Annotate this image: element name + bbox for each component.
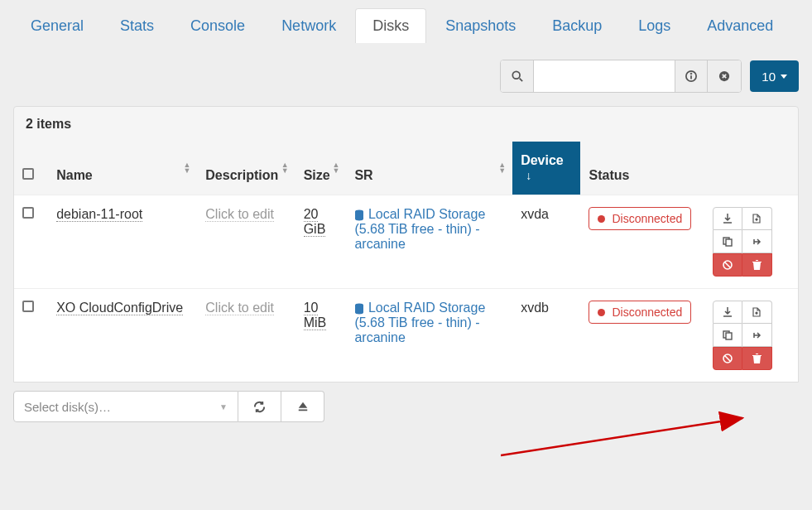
sort-icon: ▲▼	[183, 162, 190, 174]
eject-button[interactable]	[281, 391, 324, 422]
disk-name[interactable]: debian-11-root	[56, 207, 142, 222]
device-name: xvdb	[512, 289, 580, 382]
col-status: Status	[580, 142, 704, 195]
tab-snapshots[interactable]: Snapshots	[428, 8, 533, 43]
caret-down-icon: ▼	[219, 402, 228, 411]
tab-stats[interactable]: Stats	[103, 8, 171, 43]
disk-name[interactable]: XO CloudConfigDrive	[56, 301, 183, 315]
tab-advanced[interactable]: Advanced	[689, 8, 790, 43]
table-row: XO CloudConfigDrive Click to edit 10 MiB…	[14, 289, 798, 382]
col-actions	[704, 142, 798, 195]
status-badge[interactable]: Disconnected	[589, 207, 691, 230]
info-button[interactable]	[675, 60, 708, 92]
copy-button[interactable]	[713, 324, 742, 347]
device-name: xvda	[512, 195, 580, 289]
row-checkbox[interactable]	[22, 207, 34, 219]
tab-logs[interactable]: Logs	[621, 8, 688, 43]
sort-icon: ▲▼	[333, 162, 340, 174]
disk-select-dropdown[interactable]: Select disk(s)… ▼	[13, 391, 238, 422]
export-file-button[interactable]	[742, 207, 772, 230]
move-button[interactable]	[742, 230, 772, 253]
col-name[interactable]: Name ▲▼	[48, 142, 197, 195]
status-dot-icon	[598, 309, 605, 316]
tab-disks[interactable]: Disks	[355, 8, 426, 43]
search-input[interactable]	[534, 60, 675, 92]
svg-rect-15	[726, 333, 732, 339]
tab-network[interactable]: Network	[264, 8, 353, 43]
disk-description[interactable]: Click to edit	[205, 301, 274, 315]
row-checkbox[interactable]	[22, 301, 34, 312]
tab-bar: General Stats Console Network Disks Snap…	[0, 0, 812, 46]
download-button[interactable]	[713, 301, 742, 324]
col-device[interactable]: Device ↓	[512, 142, 580, 195]
disks-panel: 2 items Name ▲▼ Description ▲▼ Size ▲▼ S…	[13, 106, 799, 382]
sr-link[interactable]: Local RAID Storage (5.68 TiB free - thin…	[354, 207, 485, 251]
forget-button[interactable]	[713, 253, 742, 277]
move-button[interactable]	[742, 324, 772, 347]
col-sr[interactable]: SR ▲▼	[346, 142, 512, 195]
svg-point-4	[691, 74, 692, 75]
search-icon	[512, 70, 523, 82]
search-group	[500, 60, 742, 93]
col-size[interactable]: Size ▲▼	[295, 142, 347, 195]
info-icon	[685, 70, 697, 82]
status-text: Disconnected	[612, 306, 682, 319]
close-circle-icon	[718, 70, 730, 82]
table-row: debian-11-root Click to edit 20 GiB Loca…	[14, 195, 798, 289]
delete-button[interactable]	[742, 253, 772, 277]
refresh-button[interactable]	[238, 391, 281, 422]
forget-button[interactable]	[713, 347, 742, 370]
copy-button[interactable]	[713, 230, 742, 253]
download-button[interactable]	[713, 207, 742, 230]
tab-console[interactable]: Console	[173, 8, 262, 43]
disk-select-placeholder: Select disk(s)…	[24, 400, 111, 414]
select-all-checkbox[interactable]	[22, 168, 34, 180]
page-size-value: 10	[762, 70, 776, 84]
disks-table: Name ▲▼ Description ▲▼ Size ▲▼ SR ▲▼ Dev…	[14, 142, 798, 382]
status-text: Disconnected	[612, 212, 682, 225]
status-dot-icon	[598, 215, 605, 223]
col-description[interactable]: Description ▲▼	[197, 142, 295, 195]
footer: Select disk(s)… ▼	[0, 382, 812, 431]
status-badge[interactable]: Disconnected	[589, 301, 691, 324]
search-button[interactable]	[501, 60, 534, 92]
toolbar: 10	[0, 46, 812, 106]
svg-line-17	[724, 356, 730, 362]
action-group	[713, 207, 772, 277]
sort-icon: ▲▼	[281, 162, 289, 174]
sr-link[interactable]: Local RAID Storage (5.68 TiB free - thin…	[354, 301, 485, 344]
disk-size[interactable]: 10 MiB	[304, 301, 327, 330]
svg-line-12	[724, 262, 730, 268]
eject-icon	[297, 401, 309, 412]
sort-desc-icon: ↓	[526, 169, 531, 182]
page-size-dropdown[interactable]: 10	[750, 60, 799, 92]
delete-button[interactable]	[742, 347, 772, 370]
svg-line-1	[519, 79, 522, 82]
storage-icon	[354, 303, 364, 315]
tab-backup[interactable]: Backup	[535, 8, 619, 43]
clear-search-button[interactable]	[708, 60, 741, 92]
action-group	[713, 301, 772, 370]
svg-rect-18	[298, 410, 307, 411]
export-file-button[interactable]	[742, 301, 772, 324]
disk-description[interactable]: Click to edit	[205, 207, 274, 222]
refresh-icon	[253, 401, 266, 413]
caret-down-icon	[781, 75, 787, 79]
disk-size[interactable]: 20 GiB	[304, 207, 326, 237]
items-count: 2 items	[14, 107, 798, 142]
sort-icon: ▲▼	[498, 162, 506, 174]
storage-icon	[354, 209, 364, 221]
svg-point-0	[512, 71, 520, 79]
tab-general[interactable]: General	[13, 8, 101, 43]
svg-rect-10	[726, 239, 732, 246]
